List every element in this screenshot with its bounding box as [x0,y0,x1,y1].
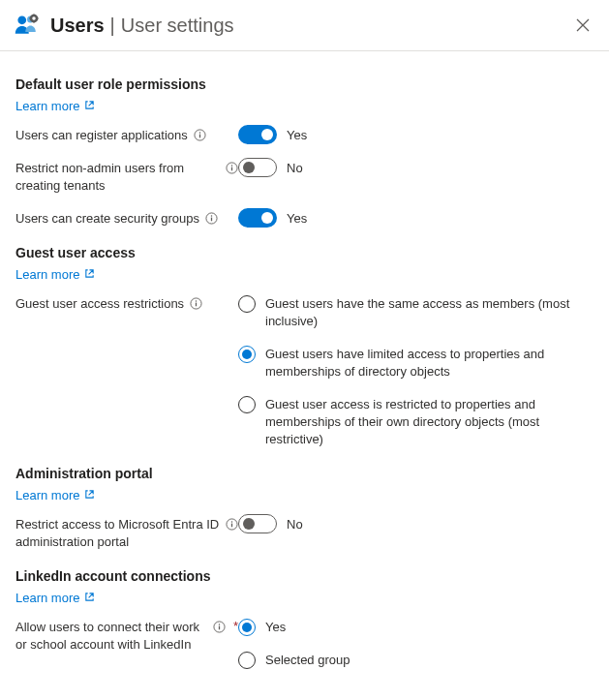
info-icon[interactable] [226,518,238,531]
setting-label: Allow users to connect their work or sch… [15,619,207,654]
learn-more-text: Learn more [15,591,79,605]
svg-rect-10 [199,135,200,138]
info-icon[interactable] [205,212,218,225]
svg-point-0 [17,15,26,24]
setting-label: Restrict non-admin users from creating t… [15,160,220,195]
setting-linkedin-connect: Allow users to connect their work or sch… [15,617,594,669]
section-default-permissions: Default user role permissions Learn more… [15,76,594,228]
svg-point-15 [211,215,212,216]
radio-label: Selected group [265,652,350,669]
info-icon[interactable] [194,129,206,141]
learn-more-text: Learn more [15,488,79,502]
svg-rect-6 [30,17,32,19]
radio-icon [238,346,256,363]
section-title: Default user role permissions [15,76,594,92]
page-title-sub: User settings [121,14,234,37]
radio-label: Guest user access is restricted to prope… [265,396,594,448]
svg-point-12 [231,165,232,166]
radio-label: Guest users have the same access as memb… [265,295,594,330]
learn-more-link[interactable]: Learn more [15,267,95,282]
svg-rect-22 [231,524,232,528]
setting-label: Users can register applications [15,127,188,144]
radio-label: Guest users have limited access to prope… [265,346,594,380]
svg-point-18 [196,300,197,301]
setting-guest-restrictions: Guest user access restrictions Guest use… [15,293,594,448]
header-title-wrap: Users | User settings [14,12,234,39]
page-title-separator: | [110,14,115,37]
radio-icon [238,652,256,669]
section-guest-access: Guest user access Learn more Guest user … [15,245,594,448]
section-title: LinkedIn account connections [15,568,594,584]
toggle-restrict-admin-portal[interactable] [238,514,277,533]
svg-point-9 [199,132,200,133]
toggle-value: No [287,161,303,175]
external-link-icon [84,99,95,113]
setting-label: Users can create security groups [15,210,199,228]
users-gear-icon [14,12,41,39]
setting-restrict-admin-portal: Restrict access to Microsoft Entra ID ad… [15,514,594,551]
blade-header: Users | User settings [0,0,609,51]
info-icon[interactable] [213,621,226,633]
external-link-icon [84,488,95,502]
section-admin-portal: Administration portal Learn more Restric… [15,466,594,551]
external-link-icon [84,591,95,605]
svg-rect-13 [231,167,232,171]
info-icon[interactable] [226,162,238,174]
radio-guest-same-access[interactable]: Guest users have the same access as memb… [238,295,594,330]
section-title: Administration portal [15,466,594,481]
toggle-value: Yes [287,128,307,142]
radio-icon [238,619,256,636]
svg-rect-5 [33,21,35,23]
section-title: Guest user access [15,245,594,260]
page-title-main: Users [50,14,105,37]
radio-guest-limited-access[interactable]: Guest users have limited access to prope… [238,346,594,380]
close-button[interactable] [572,15,594,36]
toggle-value: Yes [287,211,307,226]
setting-register-apps: Users can register applications Yes [15,125,594,144]
radio-linkedin-selected-group[interactable]: Selected group [238,652,594,669]
toggle-value: No [287,517,303,532]
close-icon [576,18,590,32]
setting-label: Guest user access restrictions [15,295,184,313]
toggle-register-apps[interactable] [238,125,277,144]
svg-point-21 [231,521,232,522]
svg-rect-4 [33,15,35,16]
radio-label: Yes [265,619,286,636]
external-link-icon [84,267,95,282]
radio-icon [238,396,256,413]
learn-more-link[interactable]: Learn more [15,99,95,113]
svg-point-24 [219,624,220,624]
svg-rect-7 [37,17,39,19]
svg-point-3 [32,16,36,20]
svg-rect-25 [219,626,220,630]
svg-rect-19 [196,303,197,307]
learn-more-text: Learn more [15,267,79,282]
setting-restrict-tenants: Restrict non-admin users from creating t… [15,158,594,195]
info-icon[interactable] [190,297,202,310]
radio-guest-restricted-access[interactable]: Guest user access is restricted to prope… [238,396,594,448]
learn-more-text: Learn more [15,99,79,113]
setting-label: Restrict access to Microsoft Entra ID ad… [15,516,220,551]
radio-linkedin-yes[interactable]: Yes [238,619,594,636]
radio-icon [238,295,256,313]
learn-more-link[interactable]: Learn more [15,591,95,605]
learn-more-link[interactable]: Learn more [15,488,95,502]
section-linkedin-connections: LinkedIn account connections Learn more … [15,568,594,669]
svg-rect-16 [211,218,212,222]
setting-security-groups: Users can create security groups Yes [15,208,594,228]
toggle-restrict-tenants[interactable] [238,158,277,177]
toggle-security-groups[interactable] [238,208,277,228]
